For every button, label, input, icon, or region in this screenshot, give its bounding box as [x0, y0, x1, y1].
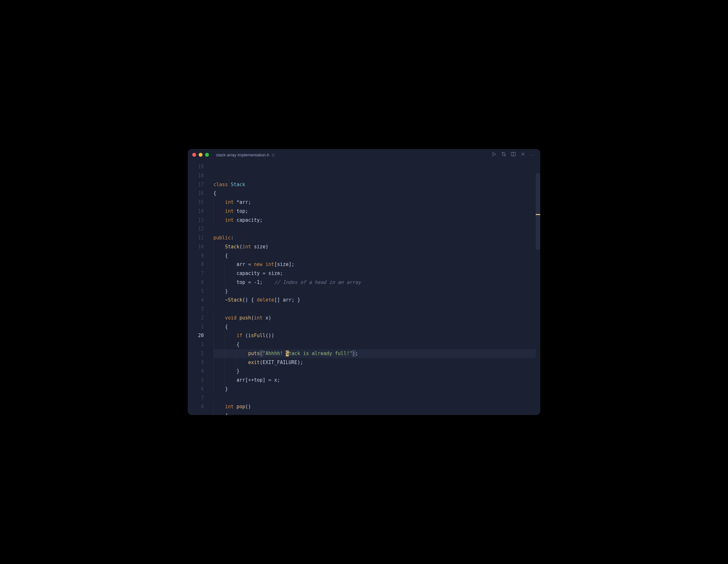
line-number: 19	[188, 162, 204, 171]
code-line[interactable]: }	[213, 287, 536, 296]
code-area[interactable]: class Stack{ int *arr; int top; int capa…	[208, 161, 536, 415]
svg-point-0	[502, 152, 503, 153]
line-number: 2	[188, 349, 204, 358]
line-number: 2	[188, 314, 204, 323]
run-icon[interactable]	[492, 152, 497, 158]
code-line[interactable]: int pop()	[213, 402, 536, 411]
tab-filename: stack array implementation.h	[216, 153, 269, 157]
gutter: 191817161514131211109876543212012345678	[188, 161, 208, 415]
code-line[interactable]: if (isFull())	[213, 331, 536, 340]
code-line[interactable]: class Stack	[213, 180, 536, 189]
line-number: 12	[188, 225, 204, 234]
more-actions-icon[interactable]: ···	[530, 152, 536, 157]
editor-window: stack array implementation.h U	[188, 149, 540, 415]
code-line[interactable]: {	[213, 323, 536, 332]
code-line[interactable]: int top;	[213, 207, 536, 216]
code-line[interactable]: {	[213, 189, 536, 198]
minimize-window-button[interactable]	[199, 153, 203, 157]
line-number: 16	[188, 189, 204, 198]
svg-point-1	[505, 155, 506, 156]
code-line[interactable]	[213, 305, 536, 314]
line-number: 8	[188, 260, 204, 269]
code-line[interactable]: {	[213, 252, 536, 261]
line-number: 1	[188, 340, 204, 349]
code-line[interactable]: int capacity;	[213, 216, 536, 225]
code-line[interactable]	[213, 225, 536, 234]
code-line[interactable]: puts("Ahhhh! Stack is already full!");	[213, 349, 536, 358]
close-window-button[interactable]	[192, 153, 196, 157]
code-line[interactable]: {	[213, 340, 536, 349]
code-line[interactable]: }	[213, 367, 536, 376]
traffic-lights	[192, 153, 209, 157]
code-line[interactable]: arr[++top] = x;	[213, 376, 536, 385]
close-icon[interactable]	[520, 152, 525, 158]
line-number: 5	[188, 376, 204, 385]
maximize-window-button[interactable]	[205, 153, 209, 157]
line-number: 3	[188, 305, 204, 314]
code-line[interactable]: ~Stack() { delete[] arr; }	[213, 296, 536, 305]
code-line[interactable]: arr = new int[size];	[213, 260, 536, 269]
tab[interactable]: stack array implementation.h U	[216, 153, 275, 157]
code-line[interactable]: Stack(int size)	[213, 243, 536, 252]
code-line[interactable]: int *arr;	[213, 198, 536, 207]
editor-body: 191817161514131211109876543212012345678 …	[188, 161, 540, 415]
line-number: 6	[188, 278, 204, 287]
line-number: 11	[188, 234, 204, 243]
line-number: 10	[188, 243, 204, 252]
line-number: 3	[188, 358, 204, 367]
line-number: 7	[188, 394, 204, 403]
line-number: 13	[188, 216, 204, 225]
code-line[interactable]: capacity = size;	[213, 269, 536, 278]
line-number: 18	[188, 171, 204, 180]
code-line[interactable]	[213, 394, 536, 403]
tab-modified-badge: U	[272, 153, 275, 157]
code-line[interactable]: top = -1; // Index of a head in an array	[213, 278, 536, 287]
code-line[interactable]: public:	[213, 234, 536, 243]
line-number: 7	[188, 269, 204, 278]
line-number: 5	[188, 287, 204, 296]
code-line[interactable]: {	[213, 411, 536, 415]
line-number: 14	[188, 207, 204, 216]
line-number: 8	[188, 402, 204, 411]
minimap-viewport[interactable]	[536, 173, 540, 250]
line-number: 20	[188, 331, 204, 340]
code-line[interactable]: void push(int x)	[213, 314, 536, 323]
tab-actions: ···	[492, 152, 536, 158]
split-editor-icon[interactable]	[511, 152, 516, 158]
code-line[interactable]: exit(EXIT_FAILURE);	[213, 358, 536, 367]
line-number: 1	[188, 323, 204, 332]
line-number: 4	[188, 367, 204, 376]
line-number: 6	[188, 385, 204, 394]
titlebar: stack array implementation.h U	[188, 149, 540, 161]
line-number: 15	[188, 198, 204, 207]
line-number: 9	[188, 252, 204, 261]
minimap[interactable]	[536, 161, 540, 415]
line-number: 17	[188, 180, 204, 189]
minimap-marker	[536, 214, 540, 215]
line-number: 4	[188, 296, 204, 305]
git-compare-icon[interactable]	[501, 152, 506, 158]
code-line[interactable]: }	[213, 385, 536, 394]
